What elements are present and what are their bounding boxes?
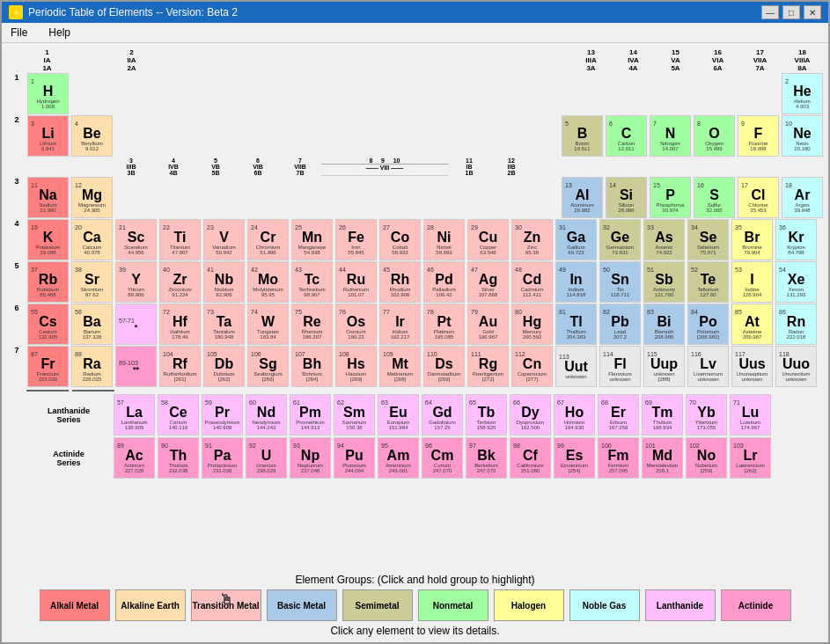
element-Cu[interactable]: 29CuCopper63.546 [467, 219, 509, 260]
element-C[interactable]: 6 C Carbon 12.011 [606, 115, 647, 157]
element-Uup[interactable]: 115Uupunknown[288] [643, 346, 685, 387]
element-Rf[interactable]: 104RfRutherfordium[261] [159, 346, 201, 387]
element-Nd[interactable]: 60NdNeodymium144.243 [246, 394, 287, 435]
element-P[interactable]: 15 P Phosphorus 30.974 [650, 177, 691, 218]
element-Rb[interactable]: 37RbRubidium85.468 [27, 261, 69, 303]
element-In[interactable]: 49InIndium114.818 [555, 261, 597, 303]
element-Ho[interactable]: 67HoHolmium164.930 [554, 394, 595, 435]
element-Tl[interactable]: 81TlThallium204.383 [555, 304, 597, 345]
element-I[interactable]: 53IIodine126.904 [731, 261, 773, 303]
element-Y[interactable]: 39YYttrium88.906 [115, 261, 157, 303]
element-Rn[interactable]: 86RnRadon222.018 [775, 304, 817, 345]
element-Yb[interactable]: 70YbYtterbium173.055 [686, 394, 727, 435]
element-Cs[interactable]: 55CsCesium132.905 [27, 304, 69, 345]
element-Te[interactable]: 52TeTellurium127.60 [687, 261, 729, 303]
element-Kr[interactable]: 36KrKrypton84.798 [775, 219, 817, 260]
element-Hf[interactable]: 72HfHafnium178.49 [159, 304, 201, 345]
element-Sn[interactable]: 50SnTin118.711 [599, 261, 641, 303]
element-N[interactable]: 7 N Nitrogen 14.007 [650, 115, 691, 157]
element-Se[interactable]: 34SeSelenium75.971 [687, 219, 729, 260]
element-Pd[interactable]: 46PdPalladium106.42 [423, 261, 465, 303]
element-Sr[interactable]: 38SrStrontium87.62 [71, 261, 113, 303]
element-Ni[interactable]: 28NiNickel58.693 [423, 219, 465, 260]
element-La[interactable]: 57LaLanthanum138.905 [114, 394, 155, 435]
element-Ca[interactable]: 20CaCalcium40.078 [71, 219, 113, 260]
element-Ac[interactable]: 89AcActinium227.028 [114, 437, 155, 479]
group-chip-transition[interactable]: Transition Metal🖱 [191, 589, 261, 621]
element-Bi[interactable]: 83BiBismuth208.980 [643, 304, 685, 345]
element-U[interactable]: 92UUranium238.029 [246, 437, 287, 479]
help-menu[interactable]: Help [43, 25, 76, 40]
element-No[interactable]: 102NoNobelium[259] [686, 437, 727, 479]
element-Al[interactable]: 13 Al Aluminum 26.982 [562, 177, 603, 218]
element-Mt[interactable]: 109MtMeitnerium[268] [379, 346, 421, 387]
element-Lu[interactable]: 71LuLutetium174.967 [730, 394, 771, 435]
element-H[interactable]: 1 H Hydrogen 1.008 [27, 73, 69, 114]
element-Es[interactable]: 99EsEinsteinium[254] [554, 437, 595, 479]
element-Uut[interactable]: 113Uutunknown [555, 346, 597, 387]
element-Mg[interactable]: 12 Mg Magnesium 24.305 [71, 177, 113, 218]
element-Am[interactable]: 95AmAmericium243.061 [378, 437, 419, 479]
element-Cl[interactable]: 17 Cl Chlorine 35.453 [738, 177, 779, 218]
group-chip-basic[interactable]: Basic Metal [267, 589, 337, 621]
group-chip-nonmetal[interactable]: Nonmetal [418, 589, 488, 621]
group-chip-alkali[interactable]: Alkali Metal [40, 589, 110, 621]
element-Cr[interactable]: 24CrChromium51.996 [247, 219, 289, 260]
element-Hg[interactable]: 80HgMercury200.592 [511, 304, 553, 345]
element-Rg[interactable]: 111RgRoentgenium[272] [467, 346, 509, 387]
element-Ce[interactable]: 58CeCerium140.116 [158, 394, 199, 435]
element-Er[interactable]: 68ErErbium167.259 [598, 394, 639, 435]
element-Tc[interactable]: 43TcTechnetium98.907 [291, 261, 333, 303]
element-He[interactable]: 2 He Helium 4.003 [782, 73, 823, 114]
group-chip-lanthanide[interactable]: Lanthanide [645, 589, 716, 621]
element-At[interactable]: 85AtAstatine209.987 [731, 304, 773, 345]
group-chip-semimetal[interactable]: Semimetal [342, 589, 413, 621]
element-Rh[interactable]: 45RhRhodium102.906 [379, 261, 421, 303]
group-chip-noble[interactable]: Noble Gas [569, 589, 640, 621]
element-Pa[interactable]: 91PaProtactinium231.036 [202, 437, 243, 479]
element-Ra[interactable]: 88RaRadium226.025 [71, 346, 113, 387]
element-Np[interactable]: 93NpNeptunium237.048 [290, 437, 331, 479]
element-Li[interactable]: 3 Li Lithium 6.941 [27, 115, 69, 157]
element-F[interactable]: 9 F Fluorine 18.998 [738, 115, 779, 157]
element-Hs[interactable]: 108HsHassium[269] [335, 346, 377, 387]
element-Eu[interactable]: 63EuEuropium151.984 [378, 394, 419, 435]
group-chip-alkaline[interactable]: Alkaline Earth [115, 589, 186, 621]
group-chip-actinide[interactable]: Actinide [721, 589, 791, 621]
element-Co[interactable]: 27CoCobalt58.933 [379, 219, 421, 260]
element-As[interactable]: 33AsArsenic74.922 [643, 219, 685, 260]
element-Ds[interactable]: 110DsDarmstadtium[269] [423, 346, 465, 387]
element-S[interactable]: 16 S Sulfur 32.065 [694, 177, 735, 218]
minimize-button[interactable]: — [761, 5, 779, 19]
element-Ne[interactable]: 10 Ne Neon 20.180 [782, 115, 823, 157]
close-button[interactable]: ✕ [804, 5, 821, 19]
element-Ag[interactable]: 47AgSilver107.868 [467, 261, 509, 303]
element-Ti[interactable]: 22TiTitanium47.867 [159, 219, 201, 260]
group-chip-halogen[interactable]: Halogen [494, 589, 564, 621]
element-Os[interactable]: 76OsOsmium190.23 [335, 304, 377, 345]
element-Au[interactable]: 79AuGold196.967 [467, 304, 509, 345]
element-Xe[interactable]: 54XeXenon131.293 [775, 261, 817, 303]
element-Sg[interactable]: 106SgSeaborgium[266] [247, 346, 289, 387]
element-Nb[interactable]: 41NbNiobium92.906 [203, 261, 245, 303]
element-Ba[interactable]: 56BaBarium137.328 [71, 304, 113, 345]
element-Fe[interactable]: 26FeIron55.845 [335, 219, 377, 260]
element-Cm[interactable]: 96CmCurium247.070 [422, 437, 463, 479]
element-Lv[interactable]: 116LvLivermoriumunknown [687, 346, 729, 387]
element-Mn[interactable]: 25MnManganese54.938 [291, 219, 333, 260]
element-Ac-series[interactable]: 89-103** [115, 346, 157, 387]
element-Ru[interactable]: 44RuRuthenium101.07 [335, 261, 377, 303]
element-Pm[interactable]: 61PmPromethium144.913 [290, 394, 331, 435]
element-Ta[interactable]: 73TaTantalum180.948 [203, 304, 245, 345]
element-K[interactable]: 19KPotassium39.098 [27, 219, 69, 260]
element-Lr[interactable]: 103LrLawrencium[262] [730, 437, 771, 479]
element-Sb[interactable]: 51SbAntimony121.760 [643, 261, 685, 303]
element-Mo[interactable]: 42MoMolybdenum95.95 [247, 261, 289, 303]
element-Sc[interactable]: 21ScScandium44.956 [115, 219, 157, 260]
element-Pr[interactable]: 59PrPraseodymium140.908 [202, 394, 243, 435]
element-Ar[interactable]: 18 Ar Argon 39.948 [782, 177, 823, 218]
element-Zn[interactable]: 30ZnZinc65.38 [511, 219, 553, 260]
element-Gd[interactable]: 64GdGadolinium157.25 [422, 394, 463, 435]
element-Pb[interactable]: 82PbLead207.2 [599, 304, 641, 345]
element-Pt[interactable]: 78PtPlatinum195.085 [423, 304, 465, 345]
